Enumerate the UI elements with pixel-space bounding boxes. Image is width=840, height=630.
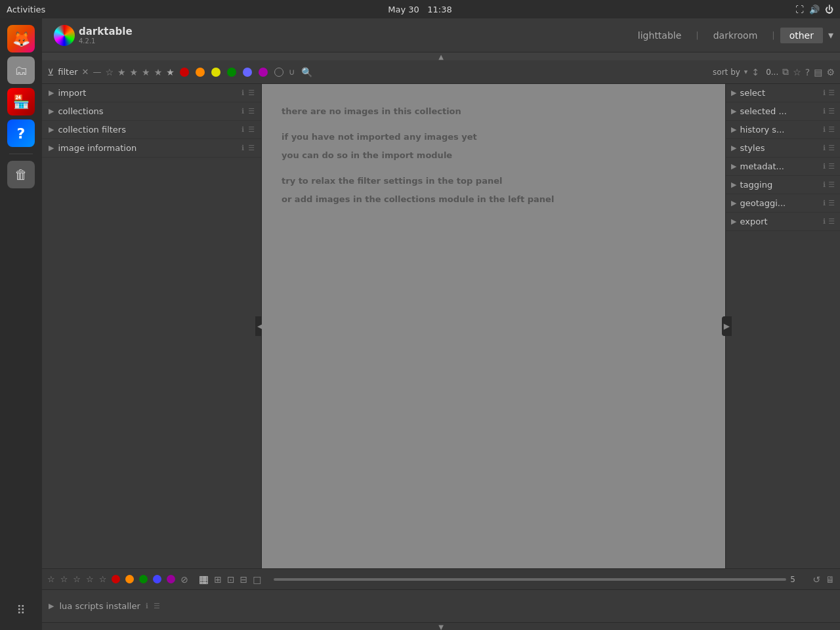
metadata-menu-icon[interactable]: ☰ bbox=[828, 162, 835, 171]
tab-other[interactable]: other bbox=[780, 28, 823, 43]
apps-grid-icon[interactable]: ⠿ bbox=[7, 596, 35, 623]
styles-menu-icon[interactable]: ☰ bbox=[828, 144, 835, 152]
bottom-star-4[interactable]: ☆ bbox=[86, 574, 94, 584]
image-info-menu-icon[interactable]: ☰ bbox=[248, 144, 255, 152]
sidebar-item-image-information[interactable]: ▶ image information ℹ ☰ bbox=[42, 139, 261, 158]
sort-dropdown-icon[interactable]: ▾ bbox=[744, 68, 748, 76]
bottom-star-3[interactable]: ☆ bbox=[73, 574, 81, 584]
lua-info-icon[interactable]: ℹ bbox=[146, 602, 148, 610]
star-5[interactable]: ★ bbox=[154, 67, 163, 77]
star-2[interactable]: ★ bbox=[117, 67, 126, 77]
geotagging-info-icon[interactable]: ℹ bbox=[823, 199, 826, 207]
tab-lighttable[interactable]: lighttable bbox=[629, 28, 691, 43]
bottom-filmstrip-icon[interactable]: ⊞ bbox=[214, 574, 222, 585]
color-circle-empty[interactable] bbox=[274, 68, 284, 77]
bottom-sync-icon[interactable]: ↺ bbox=[812, 574, 820, 585]
settings-icon[interactable]: ⚙ bbox=[826, 67, 835, 77]
sidebar-item-styles[interactable]: ▶ styles ℹ ☰ bbox=[726, 139, 840, 158]
top-collapse-arrow[interactable]: ▲ bbox=[438, 53, 444, 60]
bottom-star-1[interactable]: ☆ bbox=[47, 574, 55, 584]
star-icon[interactable]: ☆ bbox=[793, 67, 801, 77]
color-union-icon[interactable]: ∪ bbox=[289, 67, 295, 77]
star-4[interactable]: ★ bbox=[142, 67, 150, 77]
sidebar-item-selected[interactable]: ▶ selected ... ℹ ☰ bbox=[726, 102, 840, 121]
export-menu-icon[interactable]: ☰ bbox=[828, 217, 835, 226]
lua-arrow[interactable]: ▶ bbox=[49, 602, 54, 610]
nav-dropdown-icon[interactable]: ▾ bbox=[828, 29, 833, 41]
collection-filters-menu-icon[interactable]: ☰ bbox=[248, 125, 255, 134]
export-info-icon[interactable]: ℹ bbox=[823, 217, 826, 226]
right-collapse-btn[interactable]: ▶ bbox=[722, 316, 732, 336]
history-info-icon[interactable]: ℹ bbox=[823, 125, 826, 134]
geotagging-menu-icon[interactable]: ☰ bbox=[828, 199, 835, 207]
bottom-display-icon[interactable]: 🖥 bbox=[826, 574, 835, 585]
sidebar-item-collections[interactable]: ▶ collections ℹ ☰ bbox=[42, 102, 261, 121]
bottom-star-2[interactable]: ☆ bbox=[60, 574, 68, 584]
bottom-color-blue[interactable] bbox=[153, 575, 161, 583]
bottom-star-5[interactable]: ☆ bbox=[99, 574, 107, 584]
color-orange-btn[interactable] bbox=[196, 68, 205, 77]
bottom-color-green[interactable] bbox=[139, 575, 148, 583]
sidebar-item-geotagging[interactable]: ▶ geotaggi... ℹ ☰ bbox=[726, 194, 840, 213]
sidebar-item-import[interactable]: ▶ import ℹ ☰ bbox=[42, 84, 261, 102]
color-green-btn[interactable] bbox=[227, 68, 236, 77]
image-info-info-icon[interactable]: ℹ bbox=[242, 144, 244, 152]
selected-menu-icon[interactable]: ☰ bbox=[828, 107, 835, 116]
star-3[interactable]: ★ bbox=[130, 67, 138, 77]
bottom-color-red[interactable] bbox=[112, 575, 120, 583]
filter-close-icon[interactable]: ✕ bbox=[82, 67, 89, 77]
history-menu-icon[interactable]: ☰ bbox=[828, 125, 835, 134]
sidebar-item-collection-filters[interactable]: ▶ collection filters ℹ ☰ bbox=[42, 121, 261, 139]
sidebar-item-export[interactable]: ▶ export ℹ ☰ bbox=[726, 213, 840, 231]
search-icon[interactable]: 🔍 bbox=[301, 67, 312, 77]
bottom-fullscreen-icon[interactable]: □ bbox=[253, 574, 261, 585]
zoom-slider[interactable] bbox=[274, 578, 787, 581]
sort-order-icon[interactable]: ↕ bbox=[751, 67, 759, 77]
collection-filters-info-icon[interactable]: ℹ bbox=[242, 125, 244, 134]
tagging-menu-icon[interactable]: ☰ bbox=[828, 180, 835, 189]
bottom-color-orange[interactable] bbox=[125, 575, 134, 583]
sidebar-item-history[interactable]: ▶ history s... ℹ ☰ bbox=[726, 121, 840, 139]
sort-label[interactable]: sort by bbox=[713, 68, 740, 77]
sidebar-item-metadata[interactable]: ▶ metadat... ℹ ☰ bbox=[726, 158, 840, 176]
star-6[interactable]: ★ bbox=[166, 67, 175, 77]
top-panel-arrow[interactable]: ▲ bbox=[42, 52, 840, 60]
import-menu-icon[interactable]: ☰ bbox=[248, 89, 255, 97]
bottom-color-purple[interactable] bbox=[167, 575, 175, 583]
color-red-btn[interactable] bbox=[180, 68, 189, 77]
styles-info-icon[interactable]: ℹ bbox=[823, 144, 826, 152]
activities-label[interactable]: Activities bbox=[7, 5, 45, 14]
sidebar-item-select[interactable]: ▶ select ℹ ☰ bbox=[726, 84, 840, 102]
bottom-reject-icon[interactable]: ⊘ bbox=[180, 574, 188, 585]
color-purple-btn[interactable] bbox=[259, 68, 268, 77]
trash-icon[interactable]: 🗑 bbox=[7, 161, 35, 188]
bottom-grid-view-icon[interactable]: ▦ bbox=[199, 573, 209, 585]
power-icon[interactable]: ⏻ bbox=[825, 5, 833, 14]
metadata-info-icon[interactable]: ℹ bbox=[823, 162, 826, 171]
import-info-icon[interactable]: ℹ bbox=[242, 89, 244, 97]
tab-darkroom[interactable]: darkroom bbox=[704, 28, 767, 43]
bottom-compare-icon[interactable]: ⊟ bbox=[240, 574, 248, 585]
lua-menu-icon[interactable]: ☰ bbox=[154, 602, 160, 610]
appstore-icon[interactable]: 🏪 bbox=[7, 88, 35, 116]
select-menu-icon[interactable]: ☰ bbox=[828, 89, 835, 97]
color-yellow-btn[interactable] bbox=[211, 68, 220, 77]
copy-icon[interactable]: ⧉ bbox=[782, 66, 789, 77]
star-1[interactable]: ☆ bbox=[105, 67, 114, 77]
bottom-panel-arrow[interactable]: ▼ bbox=[42, 622, 840, 630]
view-options-icon[interactable]: ▤ bbox=[814, 67, 822, 77]
sidebar-item-tagging[interactable]: ▶ tagging ℹ ☰ bbox=[726, 176, 840, 194]
collections-info-icon[interactable]: ℹ bbox=[242, 107, 244, 116]
bottom-zoomable-icon[interactable]: ⊡ bbox=[227, 574, 235, 585]
help-toolbar-icon[interactable]: ? bbox=[805, 67, 810, 77]
tagging-info-icon[interactable]: ℹ bbox=[823, 180, 826, 189]
select-info-icon[interactable]: ℹ bbox=[823, 89, 826, 97]
bottom-collapse-arrow[interactable]: ▼ bbox=[438, 623, 444, 630]
color-blue-btn[interactable] bbox=[243, 68, 252, 77]
collections-menu-icon[interactable]: ☰ bbox=[248, 107, 255, 116]
main-area: ▶ import ℹ ☰ ▶ collections ℹ ☰ ▶ collect… bbox=[42, 84, 840, 568]
help-icon[interactable]: ? bbox=[7, 119, 35, 147]
firefox-icon[interactable]: 🦊 bbox=[7, 25, 35, 52]
files-icon[interactable]: 🗂 bbox=[7, 56, 35, 84]
selected-info-icon[interactable]: ℹ bbox=[823, 107, 826, 116]
